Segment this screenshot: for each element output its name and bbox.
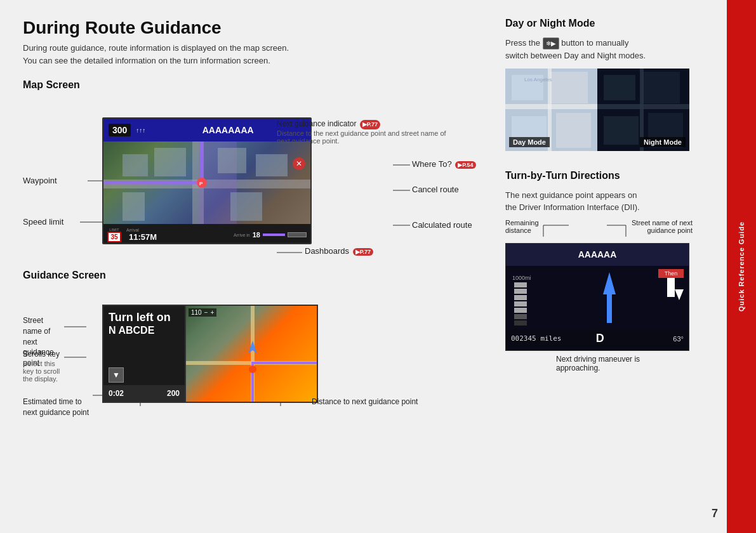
nav-arrows: ↑↑↑: [136, 127, 145, 134]
turn-by-turn-section: Turn-by-Turn Directions The next guidanc…: [505, 170, 693, 372]
dist-bar-4: [514, 301, 527, 306]
svg-text:P: P: [199, 181, 203, 187]
tbt-arrow-svg: [590, 269, 628, 326]
svg-text:Los Angeles: Los Angeles: [524, 77, 552, 82]
map-screen-area: 300 ↑↑↑ AAAAAAAA: [23, 98, 486, 263]
svg-rect-50: [667, 278, 675, 297]
tbt-display: AAAAAA 1000mi: [505, 243, 689, 351]
guidance-time: 0:02: [109, 389, 124, 398]
subtitle: During route guidance, route information…: [23, 42, 486, 67]
guidance-screen-title: Guidance Screen: [23, 270, 486, 281]
dashboards-bar: [288, 232, 307, 237]
nav-distance-display: 300: [109, 124, 131, 136]
page-title: During Route Guidance: [23, 18, 486, 38]
guidance-screen-area: Turn left on N ABCDE ▼ 0:02 200 110: [23, 289, 486, 416]
day-night-images: Los Angeles Day Mode Nigh: [505, 69, 689, 151]
dist-bar-1: [514, 282, 527, 287]
tbt-title: Turn-by-Turn Directions: [505, 170, 693, 181]
right-column: Day or Night Mode Press the ❄▶ button to…: [505, 18, 693, 416]
tbt-drive-letter: D: [596, 332, 604, 345]
map-screenshot: 300 ↑↑↑ AAAAAAAA: [64, 117, 312, 244]
day-night-section: Day or Night Mode Press the ❄▶ button to…: [505, 18, 693, 151]
next-guidance-badge: ▶P.77: [360, 120, 380, 129]
svg-rect-15: [123, 192, 145, 221]
day-night-title: Day or Night Mode: [505, 18, 693, 29]
where-to-annotation: Where To? ▶P.54: [412, 159, 476, 169]
dist-bar-3: [514, 295, 527, 300]
remaining-distance-label: Remaining distance: [505, 219, 539, 234]
cancel-route-annotation: Cancel route: [412, 185, 459, 194]
then-label: Then: [658, 269, 684, 278]
tbt-then-area: Then: [658, 269, 684, 303]
svg-rect-34: [556, 113, 591, 148]
speed-limit-annotation: Speed limit: [23, 217, 63, 227]
route-line-indicator: [263, 234, 285, 236]
next-guidance-annotation: Next guidance indicator ▶P.77 Distance t…: [277, 119, 446, 145]
tbt-distance-bars: 1000mi: [511, 270, 530, 326]
mode-button[interactable]: ❄▶: [543, 37, 559, 49]
calculated-route-annotation: Calculated route: [412, 220, 472, 230]
guidance-map-panel: 110 − +: [186, 306, 317, 402]
tbt-street-name-label: Street name of next guidance point: [623, 219, 693, 234]
guidance-street-name: N ABCDE: [109, 325, 180, 336]
cancel-route-icon[interactable]: ✕: [293, 157, 305, 170]
svg-rect-32: [550, 72, 588, 103]
page-number: 7: [712, 507, 718, 520]
then-arrow-svg: [658, 278, 684, 303]
map-roads-svg: P: [103, 141, 312, 224]
next-maneuver-annotation: Next driving maneuver is approaching.: [556, 355, 693, 372]
svg-rect-41: [604, 116, 639, 145]
svg-rect-40: [642, 72, 680, 103]
tbt-temperature: 63°: [673, 335, 684, 343]
svg-rect-14: [256, 154, 288, 176]
day-night-description: Press the ❄▶ button to manually switch b…: [505, 37, 693, 62]
guidance-distance: 200: [167, 389, 180, 398]
arrival-label: Arrival: [126, 228, 157, 232]
speed-limit-value: 35: [107, 232, 121, 242]
night-mode-image: Night Mode: [597, 69, 689, 151]
guidance-screenshot: Turn left on N ABCDE ▼ 0:02 200 110: [64, 305, 318, 403]
svg-marker-49: [603, 272, 616, 323]
dist-bar-7: [514, 320, 527, 326]
waypoint-annotation: Waypoint: [23, 176, 57, 185]
time-display: 11:57M: [129, 232, 157, 242]
guidance-map-svg: [186, 306, 317, 402]
guidance-bottom-bar: 0:02 200: [103, 385, 185, 402]
nav-bottom-bar: LIMIT 35 Arrival 11:57M Arrive in 18: [103, 224, 310, 244]
dist-bar-6: [514, 314, 527, 319]
svg-rect-16: [230, 192, 262, 221]
tbt-top-bar: AAAAAA: [506, 244, 689, 266]
dist-bar-2: [514, 289, 527, 294]
day-mode-image: Los Angeles Day Mode: [505, 69, 597, 151]
guidance-scroll-button[interactable]: ▼: [109, 367, 124, 383]
svg-rect-39: [604, 75, 635, 100]
svg-rect-13: [218, 148, 246, 173]
arrive-in-value: 18: [253, 231, 260, 239]
arrive-in-label: Arrive in: [234, 233, 250, 237]
tbt-bottom-bar: 002345 miles D 63°: [506, 329, 689, 348]
guidance-nav-display: Turn left on N ABCDE ▼ 0:02 200 110: [102, 305, 318, 403]
tbt-top-annotations: Remaining distance Street name of next g…: [505, 219, 693, 237]
map-body: P ✕: [103, 141, 310, 224]
svg-marker-51: [675, 289, 684, 300]
svg-point-28: [249, 365, 256, 373]
scrolls-key-annotation: Scrolls key Select this key to scroll th…: [23, 349, 62, 383]
tbt-street-display: AAAAAA: [511, 249, 684, 260]
guidance-distance-annotation: Distance to next guidance point: [312, 397, 418, 407]
dashboards-annotation: Dashboards ▶P.77: [305, 246, 373, 256]
svg-rect-12: [154, 148, 186, 176]
sidebar-label: Quick Reference Guide: [738, 221, 745, 312]
estimated-time-annotation: Estimated time to next guidance point: [23, 397, 90, 418]
night-mode-label: Night Mode: [640, 137, 686, 147]
tbt-description: The next guidance point appears on the D…: [505, 189, 693, 214]
svg-rect-11: [123, 154, 148, 176]
tbt-odometer: 002345 miles: [511, 334, 562, 343]
guidance-turn-text: Turn left on: [109, 311, 180, 325]
sidebar: Quick Reference Guide: [727, 0, 756, 533]
tbt-body: 1000mi: [506, 266, 689, 329]
guidance-left-panel: Turn left on N ABCDE ▼ 0:02 200: [103, 306, 186, 402]
dist-bar-5: [514, 308, 527, 313]
day-mode-label: Day Mode: [509, 137, 550, 147]
map-screen-title: Map Screen: [23, 79, 486, 91]
